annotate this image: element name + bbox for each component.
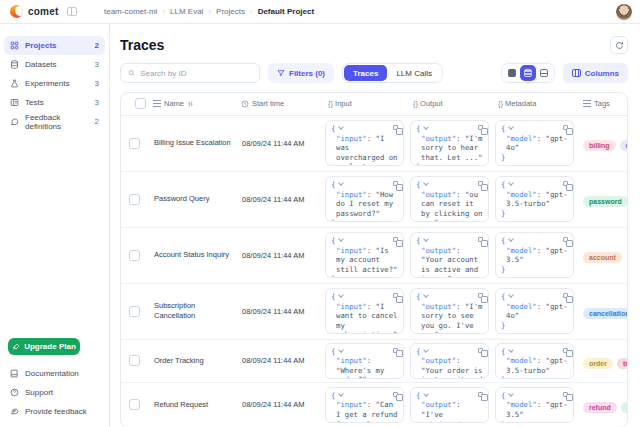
chevron-down-icon[interactable] xyxy=(339,292,345,298)
trace-start-time: 08/09/24 11:44 AM xyxy=(235,382,322,427)
chevron-down-icon[interactable] xyxy=(509,180,515,186)
avatar[interactable] xyxy=(616,4,632,20)
copy-icon[interactable] xyxy=(563,348,568,353)
trace-start-time: 08/09/24 11:44 AM xyxy=(235,171,322,227)
tag: esca xyxy=(620,140,627,151)
sort-icon[interactable] xyxy=(187,100,194,108)
copy-icon[interactable] xyxy=(478,392,483,397)
density-small-button[interactable] xyxy=(504,65,520,81)
copy-icon[interactable] xyxy=(478,293,483,298)
chevron-down-icon[interactable] xyxy=(424,236,430,242)
sidebar-item-count: 3 xyxy=(95,60,99,69)
copy-icon[interactable] xyxy=(393,237,398,242)
copy-icon[interactable] xyxy=(393,392,398,397)
filters-label: Filters (0) xyxy=(289,69,325,78)
copy-icon[interactable] xyxy=(393,348,398,353)
column-header-start-time[interactable]: Start time xyxy=(252,99,284,108)
sidebar-item-label: Datasets xyxy=(25,60,57,69)
breadcrumb-item[interactable]: Projects xyxy=(216,7,245,16)
metadata-cell: { "model": "gpt-4o" } xyxy=(492,115,577,171)
table-row[interactable]: Account Status Inquiry 08/09/24 11:44 AM… xyxy=(121,227,627,283)
sidebar-toggle-icon[interactable] xyxy=(67,7,77,16)
search-input[interactable] xyxy=(140,69,252,78)
trace-name: Password Query xyxy=(147,171,235,227)
column-header-input[interactable]: Input xyxy=(335,99,352,108)
row-checkbox[interactable] xyxy=(129,355,140,366)
table-row[interactable]: Password Query 08/09/24 11:44 AM { "inpu… xyxy=(121,171,627,227)
input-cell: { "input": "Can I get a refund for my la… xyxy=(322,382,407,427)
copy-icon[interactable] xyxy=(478,125,483,130)
sidebar-item-datasets[interactable]: Datasets 3 xyxy=(4,55,105,74)
column-header-tags[interactable]: Tags xyxy=(594,99,610,108)
upgrade-plan-button[interactable]: Upgrade Plan xyxy=(8,338,80,355)
table-row[interactable]: Refund Request 08/09/24 11:44 AM { "inpu… xyxy=(121,382,627,427)
sidebar-item-tests[interactable]: Tests 3 xyxy=(4,93,105,112)
sidebar-item-feedback-definitions[interactable]: Feedback definitions 2 xyxy=(4,112,105,131)
copy-icon[interactable] xyxy=(563,181,568,186)
chevron-down-icon[interactable] xyxy=(509,236,515,242)
chevron-down-icon[interactable] xyxy=(339,347,345,353)
sidebar-item-count: 2 xyxy=(95,41,99,50)
copy-icon[interactable] xyxy=(393,293,398,298)
copy-icon[interactable] xyxy=(563,293,568,298)
chevron-down-icon[interactable] xyxy=(509,347,515,353)
column-header-output[interactable]: Output xyxy=(420,99,443,108)
table-row[interactable]: Subscription Cancellation 08/09/24 11:44… xyxy=(121,283,627,339)
comet-logo[interactable]: comet xyxy=(0,5,88,18)
copy-icon[interactable] xyxy=(478,237,483,242)
breadcrumb-item-current: Default Project xyxy=(258,7,314,16)
trace-start-time: 08/09/24 11:44 AM xyxy=(235,227,322,283)
copy-icon[interactable] xyxy=(563,237,568,242)
chevron-down-icon[interactable] xyxy=(339,391,345,397)
chevron-down-icon[interactable] xyxy=(339,236,345,242)
row-checkbox[interactable] xyxy=(129,250,140,261)
sidebar-item-provide-feedback[interactable]: Provide feedback xyxy=(4,402,105,421)
sidebar-item-experiments[interactable]: Experiments 3 xyxy=(4,74,105,93)
braces-icon: { } xyxy=(498,99,502,108)
sidebar-item-projects[interactable]: Projects 2 xyxy=(4,36,105,55)
output-cell: { "output": "Your order is in transit an… xyxy=(407,339,492,382)
chevron-down-icon[interactable] xyxy=(424,292,430,298)
copy-icon[interactable] xyxy=(393,181,398,186)
chevron-down-icon[interactable] xyxy=(509,391,515,397)
refresh-button[interactable] xyxy=(610,36,628,54)
help-icon xyxy=(10,388,19,397)
chevron-down-icon[interactable] xyxy=(509,124,515,130)
density-large-button[interactable] xyxy=(536,65,552,81)
filters-button[interactable]: Filters (0) xyxy=(268,63,334,83)
columns-icon xyxy=(572,69,581,77)
sidebar-item-support[interactable]: Support xyxy=(4,383,105,402)
table-row[interactable]: Billing Issue Escalation 08/09/24 11:44 … xyxy=(121,115,627,171)
chevron-down-icon[interactable] xyxy=(509,292,515,298)
trace-name: Refund Request xyxy=(147,382,235,427)
copy-icon[interactable] xyxy=(478,181,483,186)
column-header-metadata[interactable]: Metadata xyxy=(505,99,536,108)
metadata-cell: { "model": "gpt-4o" } xyxy=(492,283,577,339)
chevron-down-icon[interactable] xyxy=(424,180,430,186)
sidebar-item-documentation[interactable]: Documentation xyxy=(4,364,105,383)
chevron-down-icon[interactable] xyxy=(424,347,430,353)
density-medium-button[interactable] xyxy=(520,65,536,81)
copy-icon[interactable] xyxy=(563,125,568,130)
row-checkbox[interactable] xyxy=(129,194,140,205)
chevron-down-icon[interactable] xyxy=(339,124,345,130)
density-small-icon xyxy=(508,69,516,77)
row-checkbox[interactable] xyxy=(129,306,140,317)
column-header-name[interactable]: Name xyxy=(164,99,184,108)
breadcrumb-item[interactable]: team-comet-ml xyxy=(104,7,157,16)
breadcrumb-item[interactable]: LLM Eval xyxy=(170,7,203,16)
chevron-down-icon[interactable] xyxy=(339,180,345,186)
tab-llm-calls[interactable]: LLM Calls xyxy=(387,65,441,81)
row-checkbox[interactable] xyxy=(129,399,140,410)
row-checkbox[interactable] xyxy=(129,138,140,149)
columns-button[interactable]: Columns xyxy=(563,63,628,83)
select-all-checkbox[interactable] xyxy=(135,98,146,109)
copy-icon[interactable] xyxy=(478,348,483,353)
chevron-down-icon[interactable] xyxy=(424,391,430,397)
tab-traces[interactable]: Traces xyxy=(344,65,387,81)
chevron-down-icon[interactable] xyxy=(424,124,430,130)
table-row[interactable]: Order Tracking 08/09/24 11:44 AM { "inpu… xyxy=(121,339,627,382)
copy-icon[interactable] xyxy=(563,392,568,397)
input-cell: { "input": "How do I reset my password?"… xyxy=(322,171,407,227)
copy-icon[interactable] xyxy=(393,125,398,130)
